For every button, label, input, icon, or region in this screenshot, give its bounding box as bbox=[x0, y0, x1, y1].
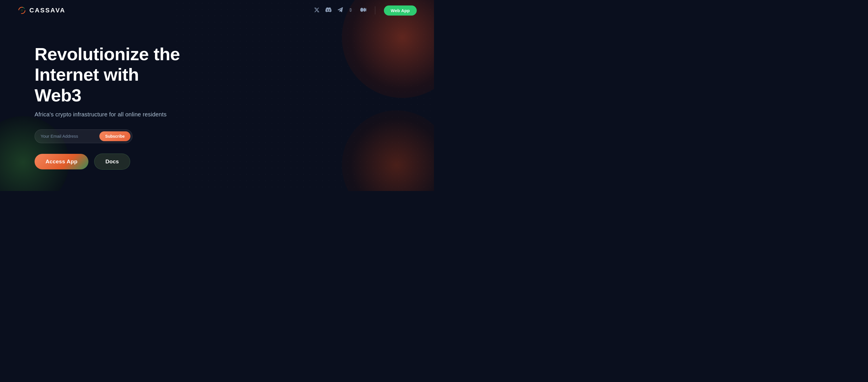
email-input[interactable] bbox=[41, 134, 99, 139]
nav-right: ₿ Web App bbox=[314, 5, 417, 16]
svg-point-3 bbox=[21, 9, 23, 11]
subscribe-button[interactable]: Subscribe bbox=[99, 131, 130, 141]
svg-text:₿: ₿ bbox=[349, 7, 352, 12]
docs-button[interactable]: Docs bbox=[94, 153, 130, 170]
twitter-icon[interactable] bbox=[314, 7, 320, 14]
hero-subtitle: Africa's crypto infrastructure for all o… bbox=[35, 111, 181, 118]
navbar: CASSAVA ₿ Web App bbox=[0, 0, 434, 21]
social-icons-group: ₿ bbox=[314, 7, 366, 14]
svg-point-6 bbox=[364, 8, 366, 11]
telegram-icon[interactable] bbox=[338, 7, 343, 14]
hero-title: Revolutionize the Internet with Web3 bbox=[35, 44, 181, 106]
subscribe-form: Subscribe bbox=[35, 129, 132, 143]
logo-icon bbox=[17, 6, 27, 15]
svg-point-7 bbox=[366, 8, 366, 11]
cta-buttons: Access App Docs bbox=[35, 153, 181, 170]
hero-title-line2: Internet with Web3 bbox=[35, 64, 139, 105]
nav-divider bbox=[375, 6, 375, 14]
logo: CASSAVA bbox=[17, 6, 65, 15]
hero-title-line1: Revolutionize the bbox=[35, 44, 180, 64]
medium-icon[interactable] bbox=[360, 7, 366, 14]
hero-section: Revolutionize the Internet with Web3 Afr… bbox=[0, 21, 216, 187]
web-app-button[interactable]: Web App bbox=[384, 5, 417, 16]
access-app-button[interactable]: Access App bbox=[35, 154, 88, 169]
logo-text: CASSAVA bbox=[29, 7, 65, 14]
discord-icon[interactable] bbox=[326, 7, 332, 14]
crypto-icon[interactable]: ₿ bbox=[349, 7, 354, 14]
bg-blob-right-bottom bbox=[342, 110, 434, 191]
svg-point-5 bbox=[360, 7, 364, 11]
